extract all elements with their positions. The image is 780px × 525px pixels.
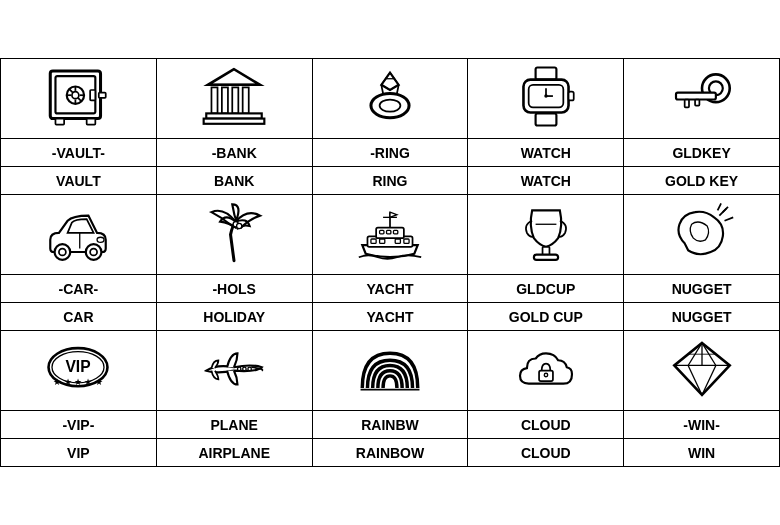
label-vault-full: VAULT [1, 167, 157, 195]
label-watch-abbr: WATCH [468, 139, 624, 167]
label-gldcup-abbr: GLDCUP [468, 275, 624, 303]
svg-line-71 [724, 217, 733, 220]
svg-rect-62 [387, 230, 391, 233]
icon-bank [156, 59, 312, 139]
label-yacht-abbr: YACHT [312, 275, 468, 303]
svg-point-40 [544, 94, 547, 97]
svg-rect-44 [676, 93, 716, 100]
svg-rect-45 [684, 100, 688, 108]
svg-rect-60 [404, 239, 409, 243]
label-bank-abbr: -BANK [156, 139, 312, 167]
svg-point-80 [248, 367, 251, 370]
label-goldcup-full: GOLD CUP [468, 303, 624, 331]
icon-plane [156, 331, 312, 411]
icon-watch [468, 59, 624, 139]
icon-hols [156, 195, 312, 275]
label-gldkey-abbr: GLDKEY [624, 139, 780, 167]
icon-win [624, 331, 780, 411]
svg-point-3 [72, 92, 79, 99]
svg-rect-11 [99, 93, 106, 98]
icon-vault [1, 59, 157, 139]
svg-line-72 [722, 207, 727, 212]
svg-text:★ ★ ★ ★ ★: ★ ★ ★ ★ ★ [54, 377, 104, 387]
svg-rect-37 [535, 113, 556, 125]
svg-rect-16 [212, 87, 218, 113]
label-holiday-full: HOLIDAY [156, 303, 312, 331]
svg-rect-63 [393, 230, 397, 233]
label-cloud-full: CLOUD [468, 439, 624, 467]
label-hols-abbr: -HOLS [156, 275, 312, 303]
svg-rect-21 [204, 119, 265, 124]
svg-rect-13 [87, 119, 96, 125]
icon-car [1, 195, 157, 275]
icon-rainbow [312, 331, 468, 411]
symbol-table: -VAULT- -BANK -RING WATCH GLDKEY VAULT B… [0, 58, 780, 467]
icon-cloud [468, 331, 624, 411]
icon-yacht [312, 195, 468, 275]
label-goldkey-full: GOLD KEY [624, 167, 780, 195]
svg-point-48 [59, 249, 66, 256]
svg-point-54 [237, 223, 242, 228]
label-vip-full: VIP [1, 439, 157, 467]
label-nugget-abbr: NUGGET [624, 275, 780, 303]
icon-vip: VIP ★ ★ ★ ★ ★ [1, 331, 157, 411]
svg-rect-57 [371, 239, 376, 243]
label-bank-full: BANK [156, 167, 312, 195]
svg-rect-34 [535, 67, 556, 79]
label-plane-abbr: PLANE [156, 411, 312, 439]
svg-rect-19 [243, 87, 249, 113]
svg-rect-58 [380, 239, 385, 243]
label-win-abbr: -WIN- [624, 411, 780, 439]
svg-rect-12 [56, 119, 65, 125]
label-rainbow-full: RAINBOW [312, 439, 468, 467]
label-ring-abbr: -RING [312, 139, 468, 167]
svg-rect-61 [380, 230, 384, 233]
label-cloud-abbr: CLOUD [468, 411, 624, 439]
icon-ring [312, 59, 468, 139]
svg-rect-10 [91, 90, 96, 100]
svg-rect-41 [568, 92, 573, 101]
label-nugget-full: NUGGET [624, 303, 780, 331]
icon-nugget [624, 195, 780, 275]
svg-rect-68 [534, 255, 558, 260]
svg-text:VIP: VIP [66, 358, 91, 375]
svg-point-83 [544, 373, 547, 376]
label-watch-full: WATCH [468, 167, 624, 195]
svg-point-50 [91, 249, 98, 256]
label-airplane-full: AIRPLANE [156, 439, 312, 467]
icon-gldcup [468, 195, 624, 275]
label-yacht-full: YACHT [312, 303, 468, 331]
svg-line-73 [717, 203, 720, 210]
svg-point-79 [243, 367, 246, 370]
label-vip-abbr: -VIP- [1, 411, 157, 439]
svg-marker-66 [390, 212, 397, 217]
label-car-full: CAR [1, 303, 157, 331]
svg-point-51 [97, 237, 104, 242]
svg-point-78 [238, 367, 241, 370]
label-ring-full: RING [312, 167, 468, 195]
svg-rect-18 [232, 87, 238, 113]
svg-rect-59 [395, 239, 400, 243]
svg-rect-46 [695, 100, 699, 106]
svg-marker-14 [208, 69, 260, 85]
label-rainbw-abbr: RAINBW [312, 411, 468, 439]
label-car-abbr: -CAR- [1, 275, 157, 303]
icon-gldkey [624, 59, 780, 139]
label-win-full: WIN [624, 439, 780, 467]
svg-point-23 [380, 100, 401, 112]
svg-rect-17 [222, 87, 228, 113]
label-vault-abbr: -VAULT- [1, 139, 157, 167]
